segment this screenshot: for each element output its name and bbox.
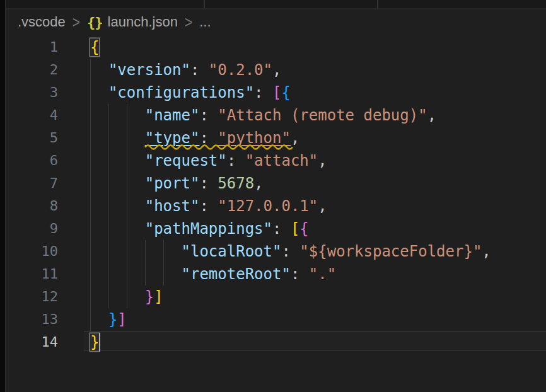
token: : xyxy=(272,220,291,238)
token: , xyxy=(482,243,491,260)
line-number[interactable]: 8 xyxy=(6,195,58,217)
line-number[interactable]: 3 xyxy=(6,81,58,104)
token: "attach" xyxy=(245,152,318,170)
line-number[interactable]: 9 xyxy=(6,217,58,240)
line-number[interactable]: 12 xyxy=(6,285,58,308)
token: "port" xyxy=(145,175,200,192)
warning-squiggle xyxy=(145,144,291,149)
code-text: "localRoot": "${workspaceFolder}", xyxy=(90,240,491,263)
current-line-highlight xyxy=(84,331,546,351)
line-number[interactable]: 2 xyxy=(6,59,58,81)
line-number[interactable]: 11 xyxy=(6,263,58,285)
token: 5678 xyxy=(218,175,254,192)
line-number[interactable]: 13 xyxy=(6,308,58,331)
code-text: "configurations": [{ xyxy=(90,81,291,104)
token: "127.0.0.1" xyxy=(218,197,318,215)
tab-divider xyxy=(204,0,205,8)
chevron-right-icon: > xyxy=(185,13,192,32)
token: , xyxy=(272,61,281,79)
token: [ xyxy=(291,220,299,238)
token xyxy=(90,129,145,147)
token: "name" xyxy=(145,107,200,124)
token: "Attach (remote debug)" xyxy=(218,107,427,124)
code-text: { xyxy=(90,36,99,59)
tab-bar[interactable] xyxy=(0,0,546,9)
code-line-13[interactable]: 13 }] xyxy=(0,308,546,331)
code-text: "version": "0.2.0", xyxy=(90,59,281,81)
code-text: "host": "127.0.0.1", xyxy=(90,195,327,217)
token xyxy=(90,265,182,283)
code-line-14[interactable]: 14} xyxy=(0,331,546,354)
token: : xyxy=(199,107,218,124)
code-text: "request": "attach", xyxy=(90,149,327,172)
matched-bracket: } xyxy=(90,333,99,351)
token: [ xyxy=(272,84,281,101)
token: "configurations" xyxy=(108,84,254,101)
line-number[interactable]: 5 xyxy=(6,127,58,149)
code-text: "remoteRoot": "." xyxy=(90,263,336,285)
token xyxy=(90,311,108,328)
token: { xyxy=(299,220,308,238)
token xyxy=(90,61,108,79)
token: "${workspaceFolder}" xyxy=(299,243,482,260)
code-editor[interactable]: 1{2 "version": "0.2.0",3 "configurations… xyxy=(0,36,546,354)
chevron-right-icon: > xyxy=(73,13,80,32)
token: : xyxy=(291,265,309,283)
token: : xyxy=(281,243,299,260)
code-text: "name": "Attach (remote debug)", xyxy=(90,104,436,127)
token: : xyxy=(227,152,245,170)
token xyxy=(90,288,145,306)
line-number[interactable]: 6 xyxy=(6,149,58,172)
code-line-7[interactable]: 7 "port": 5678, xyxy=(0,172,546,195)
code-line-10[interactable]: 10 "localRoot": "${workspaceFolder}", xyxy=(0,240,546,263)
line-number[interactable]: 10 xyxy=(6,240,58,263)
token: "remoteRoot" xyxy=(182,265,291,283)
token xyxy=(90,84,108,101)
json-braces-icon: {} xyxy=(87,14,103,30)
code-line-5[interactable]: 5 "type": "python", xyxy=(0,127,546,149)
token: , xyxy=(427,107,436,124)
code-line-6[interactable]: 6 "request": "attach", xyxy=(0,149,546,172)
code-line-11[interactable]: 11 "remoteRoot": "." xyxy=(0,263,546,285)
token xyxy=(90,197,145,215)
token: } xyxy=(145,288,154,306)
line-number[interactable]: 1 xyxy=(6,36,58,59)
token: { xyxy=(281,84,290,101)
code-text: "pathMappings": [{ xyxy=(90,217,309,240)
token: , xyxy=(318,152,327,170)
token: "localRoot" xyxy=(182,243,282,260)
line-number[interactable]: 7 xyxy=(6,172,58,195)
breadcrumb-symbol-more[interactable]: ... xyxy=(199,14,211,30)
code-text: } xyxy=(90,331,99,354)
line-number[interactable]: 4 xyxy=(6,104,58,127)
token: , xyxy=(254,175,263,192)
code-line-8[interactable]: 8 "host": "127.0.0.1", xyxy=(0,195,546,217)
line-number[interactable]: 14 xyxy=(6,331,58,354)
vscode-window: .vscode > {} launch.json > ... 1{2 "vers… xyxy=(0,0,546,392)
text-cursor xyxy=(99,333,100,352)
token xyxy=(90,107,145,124)
breadcrumb-folder[interactable]: .vscode xyxy=(18,14,66,30)
window-edge xyxy=(0,0,6,392)
token: "version" xyxy=(108,61,190,79)
code-line-4[interactable]: 4 "name": "Attach (remote debug)", xyxy=(0,104,546,127)
breadcrumb: .vscode > {} launch.json > ... xyxy=(6,9,546,35)
token: "0.2.0" xyxy=(209,61,272,79)
code-line-3[interactable]: 3 "configurations": [{ xyxy=(0,81,546,104)
token: : xyxy=(190,61,209,79)
token: "request" xyxy=(145,152,227,170)
token xyxy=(90,152,145,170)
token: "pathMappings" xyxy=(145,220,272,238)
token: } xyxy=(108,311,117,328)
breadcrumb-file[interactable]: launch.json xyxy=(108,14,178,30)
token: : xyxy=(254,84,272,101)
token: , xyxy=(318,197,327,215)
token: : xyxy=(199,175,218,192)
code-line-1[interactable]: 1{ xyxy=(0,36,546,59)
token xyxy=(90,175,145,192)
code-line-2[interactable]: 2 "version": "0.2.0", xyxy=(0,59,546,81)
code-line-9[interactable]: 9 "pathMappings": [{ xyxy=(0,217,546,240)
tab-divider xyxy=(377,0,378,8)
code-line-12[interactable]: 12 }] xyxy=(0,285,546,308)
code-text: "port": 5678, xyxy=(90,172,264,195)
